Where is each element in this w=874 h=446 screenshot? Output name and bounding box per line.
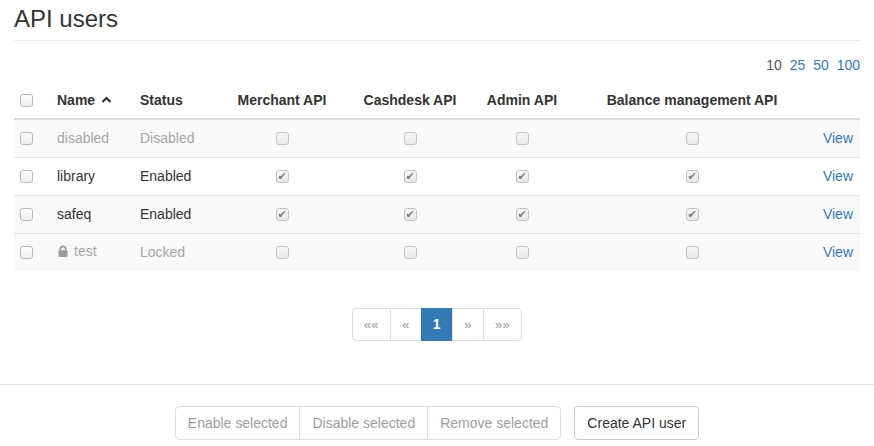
pagination: «««1»»»	[352, 308, 523, 341]
merchant-api-checkbox	[276, 132, 289, 145]
create-api-user-button[interactable]: Create API user	[574, 406, 699, 440]
row-select-checkbox[interactable]	[20, 132, 33, 145]
column-header-balance-api: Balance management API	[569, 82, 815, 119]
merchant-api-checkbox	[276, 246, 289, 259]
user-name: test	[74, 243, 97, 259]
pagination-wrap: «««1»»»	[14, 308, 860, 341]
table-row: libraryEnabledView	[14, 157, 860, 195]
column-header-cashdesk-api: Cashdesk API	[345, 82, 475, 119]
table-header: Name Status Merchant API Cashdesk API Ad…	[14, 82, 860, 119]
user-status: Locked	[133, 233, 219, 271]
page-container: API users 10 25 50 100 Name Status Merch…	[0, 0, 874, 341]
api-users-table: Name Status Merchant API Cashdesk API Ad…	[14, 82, 860, 271]
page-size-option-100[interactable]: 100	[837, 57, 860, 73]
sort-ascending-icon	[101, 91, 112, 108]
enable-selected-button[interactable]: Enable selected	[175, 406, 301, 440]
user-name: library	[57, 168, 95, 184]
disable-selected-button[interactable]: Disable selected	[299, 406, 428, 440]
pagination-previous-page[interactable]: «	[390, 308, 422, 341]
user-status: Enabled	[133, 157, 219, 195]
cashdesk-api-checkbox	[404, 132, 417, 145]
selection-actions-group: Enable selected Disable selected Remove …	[175, 406, 562, 440]
row-select-checkbox[interactable]	[20, 170, 33, 183]
column-header-status: Status	[133, 82, 219, 119]
user-name-cell: library	[50, 157, 133, 195]
view-link[interactable]: View	[823, 130, 853, 146]
user-name-cell: disabled	[50, 119, 133, 157]
table-row: disabledDisabledView	[14, 119, 860, 157]
view-link[interactable]: View	[823, 206, 853, 222]
select-all-checkbox[interactable]	[20, 94, 33, 107]
table-row: testLockedView	[14, 233, 860, 271]
lock-icon	[57, 245, 69, 262]
page-size-option-25[interactable]: 25	[790, 57, 806, 73]
merchant-api-checkbox	[276, 208, 289, 221]
cashdesk-api-checkbox	[404, 208, 417, 221]
page-header: API users	[14, 0, 860, 41]
column-header-admin-api: Admin API	[475, 82, 569, 119]
user-name: safeq	[57, 206, 91, 222]
user-name: disabled	[57, 130, 109, 146]
pagination-page-1[interactable]: 1	[421, 308, 453, 341]
page-title: API users	[14, 6, 860, 31]
column-header-name[interactable]: Name	[50, 82, 133, 119]
balance-api-checkbox	[686, 208, 699, 221]
row-select-checkbox[interactable]	[20, 208, 33, 221]
page-size-selector: 10 25 50 100	[14, 57, 860, 74]
table-row: safeqEnabledView	[14, 195, 860, 233]
pagination-next-page[interactable]: »	[452, 308, 484, 341]
user-name-cell: test	[50, 233, 133, 271]
balance-api-checkbox	[686, 132, 699, 145]
user-status: Enabled	[133, 195, 219, 233]
admin-api-checkbox	[516, 246, 529, 259]
pagination-first-page[interactable]: ««	[352, 308, 391, 341]
column-header-actions	[815, 82, 860, 119]
balance-api-checkbox	[686, 246, 699, 259]
pagination-last-page[interactable]: »»	[483, 308, 522, 341]
admin-api-checkbox	[516, 170, 529, 183]
page-size-option-50[interactable]: 50	[813, 57, 829, 73]
merchant-api-checkbox	[276, 170, 289, 183]
row-select-checkbox[interactable]	[20, 246, 33, 259]
footer-divider	[0, 384, 874, 385]
admin-api-checkbox	[516, 208, 529, 221]
view-link[interactable]: View	[823, 168, 853, 184]
user-status: Disabled	[133, 119, 219, 157]
cashdesk-api-checkbox	[404, 246, 417, 259]
user-name-cell: safeq	[50, 195, 133, 233]
column-header-name-label: Name	[57, 92, 95, 108]
view-link[interactable]: View	[823, 244, 853, 260]
page-size-current: 10	[766, 57, 782, 73]
cashdesk-api-checkbox	[404, 170, 417, 183]
select-all-header	[14, 82, 50, 119]
remove-selected-button[interactable]: Remove selected	[427, 406, 561, 440]
column-header-merchant-api: Merchant API	[219, 82, 345, 119]
table-body: disabledDisabledViewlibraryEnabledViewsa…	[14, 119, 860, 271]
admin-api-checkbox	[516, 132, 529, 145]
footer-actions: Enable selected Disable selected Remove …	[0, 406, 874, 440]
balance-api-checkbox	[686, 170, 699, 183]
